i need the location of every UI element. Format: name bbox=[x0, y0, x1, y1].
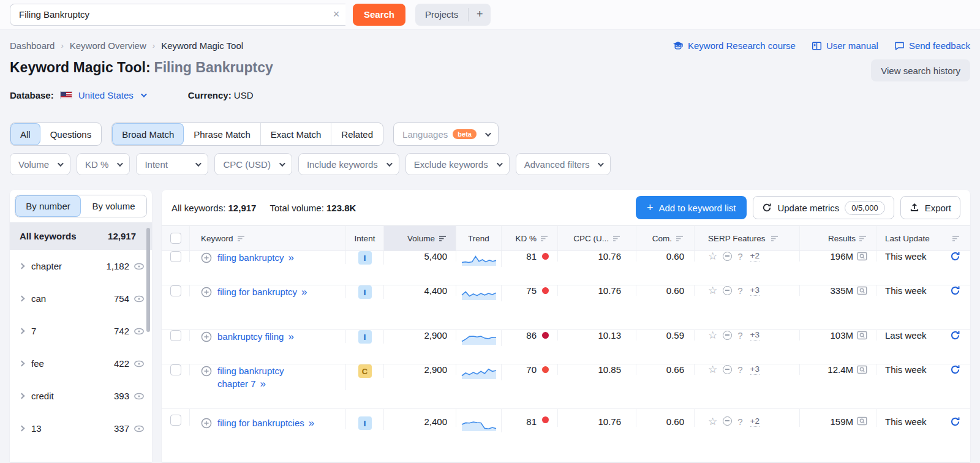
intent-badge[interactable]: I bbox=[358, 416, 372, 430]
people-also-ask-icon[interactable]: ? bbox=[737, 285, 742, 296]
group-chapter[interactable]: chapter 1,182 bbox=[10, 250, 152, 282]
sort-icon[interactable] bbox=[859, 235, 867, 242]
intent-badge[interactable]: C bbox=[358, 364, 372, 378]
include-keywords-filter[interactable]: Include keywords bbox=[298, 153, 399, 175]
keyword-link[interactable]: bankruptcy filing bbox=[217, 331, 284, 342]
serp-preview-icon[interactable] bbox=[857, 365, 867, 374]
add-project-button[interactable]: + bbox=[469, 8, 491, 21]
add-keyword-icon[interactable] bbox=[201, 418, 212, 429]
tab-all[interactable]: All bbox=[10, 123, 40, 145]
search-input[interactable] bbox=[10, 4, 345, 26]
add-keyword-icon[interactable] bbox=[201, 252, 212, 263]
group-7[interactable]: 7 742 bbox=[10, 315, 152, 347]
add-keyword-icon[interactable] bbox=[201, 366, 212, 377]
row-checkbox[interactable] bbox=[170, 251, 181, 262]
featured-snippet-icon[interactable]: ☆ bbox=[708, 330, 717, 341]
tab-by-number[interactable]: By number bbox=[15, 195, 81, 217]
sort-icon[interactable] bbox=[613, 235, 621, 242]
eye-icon[interactable] bbox=[134, 295, 145, 303]
add-keyword-icon[interactable] bbox=[201, 287, 212, 298]
column-header-com[interactable]: Com. bbox=[636, 226, 695, 250]
serp-more-features[interactable]: +2 bbox=[750, 416, 760, 427]
chevron-right-icon[interactable] bbox=[19, 296, 25, 302]
sort-icon[interactable] bbox=[541, 235, 549, 242]
group-fee[interactable]: fee 422 bbox=[10, 347, 152, 380]
tab-by-volume[interactable]: By volume bbox=[81, 195, 146, 217]
update-metrics-button[interactable]: Update metrics 0/5,000 bbox=[753, 196, 894, 219]
clear-search-icon[interactable]: × bbox=[327, 8, 345, 21]
people-also-ask-icon[interactable]: ? bbox=[737, 364, 742, 375]
chevron-right-icon[interactable] bbox=[19, 263, 25, 269]
eye-icon[interactable] bbox=[134, 392, 145, 401]
tab-related[interactable]: Related bbox=[331, 123, 383, 145]
sort-icon[interactable] bbox=[952, 235, 960, 242]
column-header-keyword[interactable]: Keyword bbox=[190, 226, 346, 250]
serp-preview-icon[interactable] bbox=[857, 331, 867, 340]
chevron-down-icon[interactable] bbox=[141, 91, 147, 97]
sitelinks-icon[interactable] bbox=[723, 416, 732, 426]
keyword-link[interactable]: filing bankruptcy chapter 7 bbox=[217, 366, 284, 389]
keyword-link[interactable]: filing for bankruptcy bbox=[217, 287, 297, 297]
export-button[interactable]: Export bbox=[900, 196, 960, 219]
add-keyword-icon[interactable] bbox=[201, 331, 212, 342]
expand-keyword-icon[interactable]: » bbox=[301, 286, 307, 298]
intent-filter[interactable]: Intent bbox=[136, 153, 208, 175]
keyword-link[interactable]: filing for bankruptcies bbox=[217, 418, 304, 428]
sort-icon[interactable] bbox=[439, 235, 447, 242]
serp-more-features[interactable]: +3 bbox=[750, 285, 760, 296]
add-to-keyword-list-button[interactable]: + Add to keyword list bbox=[636, 196, 747, 219]
serp-more-features[interactable]: +2 bbox=[750, 251, 760, 262]
column-header-intent[interactable]: Intent bbox=[346, 226, 384, 250]
languages-dropdown[interactable]: Languages beta bbox=[393, 122, 499, 146]
column-header-kd[interactable]: KD % bbox=[502, 226, 558, 250]
tab-broad-match[interactable]: Broad Match bbox=[112, 123, 184, 145]
tab-phrase-match[interactable]: Phrase Match bbox=[184, 123, 261, 145]
people-also-ask-icon[interactable]: ? bbox=[737, 416, 742, 427]
tab-questions[interactable]: Questions bbox=[40, 123, 102, 145]
chevron-right-icon[interactable] bbox=[19, 328, 25, 334]
intent-badge[interactable]: I bbox=[358, 330, 372, 344]
search-button[interactable]: Search bbox=[353, 4, 405, 26]
group-credit[interactable]: credit 393 bbox=[10, 380, 152, 412]
row-checkbox[interactable] bbox=[170, 285, 181, 296]
refresh-metrics-icon[interactable] bbox=[950, 251, 960, 262]
cpc-filter[interactable]: CPC (USD) bbox=[214, 153, 292, 175]
serp-preview-icon[interactable] bbox=[857, 286, 867, 295]
expand-keyword-icon[interactable]: » bbox=[309, 417, 314, 429]
refresh-metrics-icon[interactable] bbox=[950, 364, 960, 375]
eye-icon[interactable] bbox=[134, 424, 145, 433]
advanced-filters[interactable]: Advanced filters bbox=[516, 153, 611, 175]
row-checkbox[interactable] bbox=[170, 330, 181, 341]
group-13[interactable]: 13 337 bbox=[10, 412, 152, 445]
people-also-ask-icon[interactable]: ? bbox=[737, 330, 742, 341]
column-header-cpc[interactable]: CPC (U... bbox=[558, 226, 636, 250]
all-keywords-group[interactable]: All keywords 12,917 bbox=[10, 222, 152, 250]
featured-snippet-icon[interactable]: ☆ bbox=[708, 251, 717, 262]
serp-more-features[interactable]: +3 bbox=[750, 330, 760, 341]
sort-icon[interactable] bbox=[676, 235, 684, 242]
sort-icon[interactable] bbox=[771, 235, 779, 242]
eye-icon[interactable] bbox=[134, 262, 145, 271]
intent-badge[interactable]: I bbox=[358, 285, 372, 299]
kd-filter[interactable]: KD % bbox=[77, 153, 130, 175]
breadcrumb-dashboard[interactable]: Dashboard bbox=[10, 40, 55, 51]
serp-more-features[interactable]: +3 bbox=[750, 364, 760, 375]
sitelinks-icon[interactable] bbox=[723, 252, 732, 261]
database-select[interactable]: United States bbox=[78, 90, 134, 100]
serp-preview-icon[interactable] bbox=[857, 416, 867, 426]
projects-tab[interactable]: Projects bbox=[415, 9, 468, 20]
row-checkbox[interactable] bbox=[170, 415, 181, 426]
expand-keyword-icon[interactable]: » bbox=[260, 378, 266, 390]
eye-icon[interactable] bbox=[134, 327, 145, 336]
row-checkbox[interactable] bbox=[170, 364, 181, 375]
featured-snippet-icon[interactable]: ☆ bbox=[708, 416, 717, 427]
column-header-serp-features[interactable]: SERP Features bbox=[695, 226, 800, 250]
serp-preview-icon[interactable] bbox=[857, 252, 867, 261]
view-search-history-button[interactable]: View search history bbox=[871, 59, 970, 81]
keyword-research-course-link[interactable]: Keyword Research course bbox=[673, 40, 796, 51]
group-can[interactable]: can 754 bbox=[10, 282, 152, 315]
send-feedback-link[interactable]: Send feedback bbox=[894, 40, 970, 51]
chevron-right-icon[interactable] bbox=[19, 426, 25, 432]
sitelinks-icon[interactable] bbox=[723, 286, 732, 295]
column-header-results[interactable]: Results bbox=[800, 226, 876, 250]
